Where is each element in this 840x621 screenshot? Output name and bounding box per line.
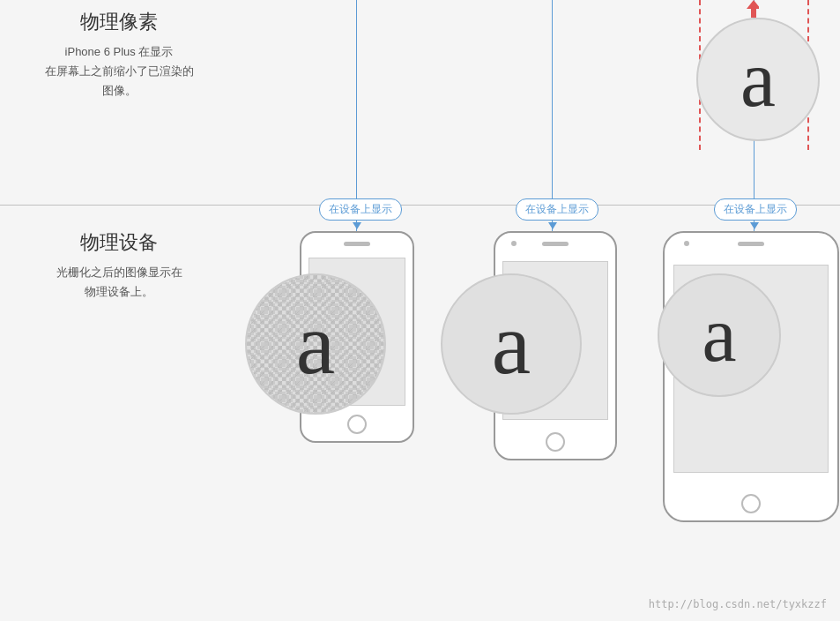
down-arrow-3	[750, 222, 759, 229]
circle-2: a	[441, 273, 582, 415]
circle-3: a	[658, 273, 781, 397]
circle-1: a	[245, 273, 386, 415]
circle-1-letter: a	[296, 300, 335, 388]
phone-2-speaker	[542, 242, 569, 246]
top-right-letter: a	[740, 40, 776, 119]
physical-pixels-desc: iPhone 6 Plus 在显示在屏幕上之前缩小了已渲染的图像。	[13, 42, 225, 101]
circle-3-letter: a	[702, 296, 736, 374]
display-badge-2: 在设备上显示	[516, 198, 598, 221]
down-arrow-1	[353, 222, 361, 229]
physical-device-section: 物理设备 光栅化之后的图像显示在物理设备上。	[0, 229, 238, 302]
physical-pixels-title: 物理像素	[13, 9, 225, 35]
phone-2-camera	[511, 241, 517, 246]
red-arrow-icon	[747, 0, 759, 18]
phone-2-home	[546, 432, 565, 452]
down-arrow-2	[548, 222, 557, 229]
physical-device-title: 物理设备	[13, 229, 225, 256]
display-badge-3: 在设备上显示	[714, 198, 797, 221]
circle-2-letter: a	[492, 300, 531, 388]
svg-marker-0	[747, 0, 759, 18]
physical-pixels-section: 物理像素 iPhone 6 Plus 在显示在屏幕上之前缩小了已渲染的图像。	[0, 9, 238, 101]
phone-3-speaker	[738, 242, 764, 246]
main-container: a 物理像素 iPhone 6 Plus 在显示在屏幕上之前缩小了已渲染的图像。…	[0, 0, 840, 621]
top-right-circle: a	[696, 18, 820, 141]
phone-3-camera	[684, 241, 689, 246]
watermark: http://blog.csdn.net/tyxkzzf	[649, 598, 827, 610]
phone-1-home	[347, 415, 367, 434]
phone-1-speaker	[344, 242, 370, 246]
phone-3-home	[741, 494, 761, 513]
display-badge-1: 在设备上显示	[319, 198, 402, 221]
physical-device-desc: 光栅化之后的图像显示在物理设备上。	[13, 263, 225, 302]
